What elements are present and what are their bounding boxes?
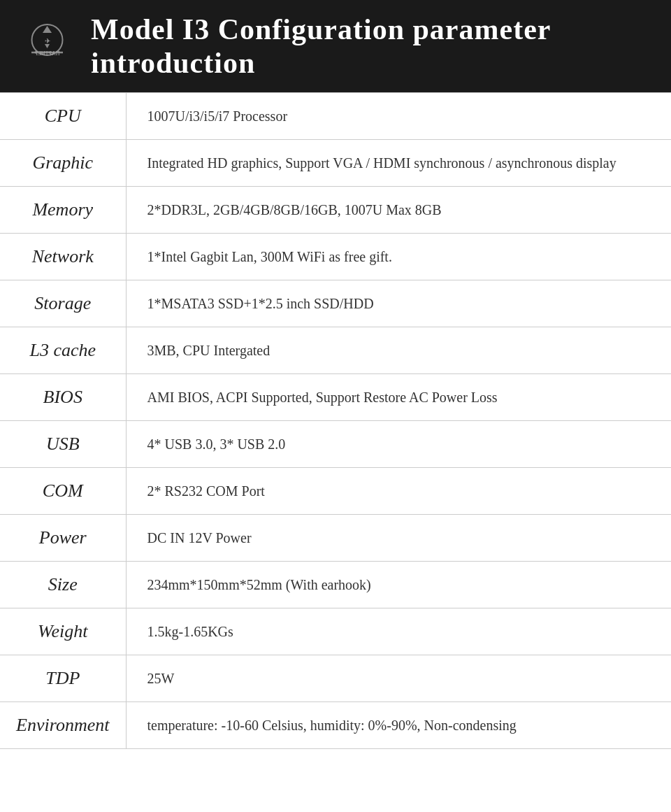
spec-label: BIOS [0,374,126,421]
table-row: Memory2*DDR3L, 2GB/4GB/8GB/16GB, 1007U M… [0,187,671,234]
table-row: Size234mm*150mm*52mm (With earhook) [0,562,671,608]
svg-marker-3 [43,26,52,33]
spec-table-container: CPU1007U/i3/i5/i7 ProcessorGraphicIntegr… [0,92,671,749]
spec-label: Environment [0,702,126,749]
table-row: Storage1*MSATA3 SSD+1*2.5 inch SSD/HDD [0,280,671,327]
table-row: USB4* USB 3.0, 3* USB 2.0 [0,421,671,468]
spec-value: 1*MSATA3 SSD+1*2.5 inch SSD/HDD [126,280,671,327]
spec-value: 4* USB 3.0, 3* USB 2.0 [126,421,671,468]
spec-value: temperature: -10-60 Celsius, humidity: 0… [126,702,671,749]
spec-table: CPU1007U/i3/i5/i7 ProcessorGraphicIntegr… [0,92,671,749]
spec-value: 234mm*150mm*52mm (With earhook) [126,562,671,608]
spec-value: 2* RS232 COM Port [126,468,671,515]
spec-label: Power [0,515,126,562]
table-row: TDP25W [0,655,671,702]
spec-label: L3 cache [0,327,126,374]
page-header: ПАРТНЕР ✈ Model I3 Configuration paramet… [0,0,671,92]
table-row: CPU1007U/i3/i5/i7 Processor [0,93,671,140]
table-row: Network1*Intel Gagbit Lan, 300M WiFi as … [0,234,671,280]
table-row: GraphicIntegrated HD graphics, Support V… [0,140,671,187]
spec-value: 1007U/i3/i5/i7 Processor [126,93,671,140]
table-row: BIOSAMI BIOS, ACPI Supported, Support Re… [0,374,671,421]
spec-value: AMI BIOS, ACPI Supported, Support Restor… [126,374,671,421]
spec-value: 3MB, CPU Intergated [126,327,671,374]
spec-label: Memory [0,187,126,234]
svg-text:✈: ✈ [45,37,50,45]
page-title: Model I3 Configuration parameter introdu… [91,13,650,80]
table-row: L3 cache3MB, CPU Intergated [0,327,671,374]
spec-label: Weight [0,608,126,655]
spec-label: Size [0,562,126,608]
spec-value: DC IN 12V Power [126,515,671,562]
spec-label: Storage [0,280,126,327]
spec-label: USB [0,421,126,468]
table-row: Environmenttemperature: -10-60 Celsius, … [0,702,671,749]
table-row: COM2* RS232 COM Port [0,468,671,515]
logo: ПАРТНЕР ✈ [21,19,77,74]
table-row: PowerDC IN 12V Power [0,515,671,562]
spec-label: TDP [0,655,126,702]
spec-label: COM [0,468,126,515]
spec-label: Network [0,234,126,280]
spec-label: CPU [0,93,126,140]
spec-value: 1.5kg-1.65KGs [126,608,671,655]
spec-value: 2*DDR3L, 2GB/4GB/8GB/16GB, 1007U Max 8GB [126,187,671,234]
spec-label: Graphic [0,140,126,187]
spec-value: 1*Intel Gagbit Lan, 300M WiFi as free gi… [126,234,671,280]
svg-text:ПАРТНЕР: ПАРТНЕР [34,50,60,57]
spec-value: 25W [126,655,671,702]
table-row: Weight1.5kg-1.65KGs [0,608,671,655]
spec-value: Integrated HD graphics, Support VGA / HD… [126,140,671,187]
